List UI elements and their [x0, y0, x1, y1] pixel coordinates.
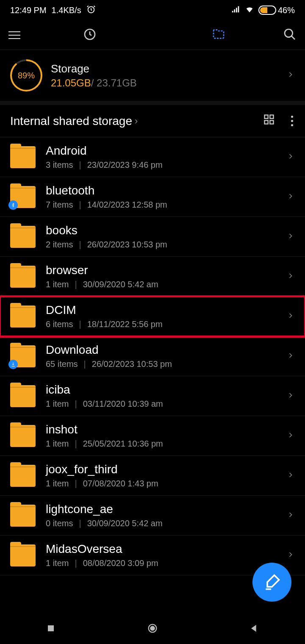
folder-row[interactable]: DCIM6 items|18/11/2022 5:56 pm	[0, 297, 305, 336]
chevron-right-icon	[286, 272, 295, 282]
folder-icon	[10, 385, 36, 407]
recent-tab-icon[interactable]	[83, 28, 97, 43]
breadcrumb: Internal shared storage ›	[0, 105, 305, 137]
chevron-right-icon	[286, 550, 295, 561]
folder-name: bluetooth	[46, 184, 276, 197]
folder-name: Android	[46, 144, 276, 158]
folder-list: Android3 items|23/02/2023 9:46 pmbluetoo…	[0, 137, 305, 575]
folder-row[interactable]: Android3 items|23/02/2023 9:46 pm	[0, 137, 305, 177]
top-tabs	[0, 20, 305, 50]
search-button[interactable]	[283, 28, 297, 43]
folder-row[interactable]: iciba1 item|03/11/2020 10:39 am	[0, 376, 305, 416]
status-speed: 1.4KB/s	[52, 6, 81, 15]
folder-meta: 2 items|26/02/2023 10:53 pm	[46, 240, 276, 250]
chevron-right-icon	[286, 431, 295, 441]
status-time: 12:49 PM	[10, 6, 47, 15]
battery-percent: 46%	[278, 6, 295, 15]
folder-row[interactable]: Download65 items|26/02/2023 10:53 pm	[0, 336, 305, 376]
folder-row[interactable]: books2 items|26/02/2023 10:53 pm	[0, 217, 305, 257]
folder-icon	[10, 544, 36, 566]
storage-total: 23.71GB	[97, 77, 137, 89]
nav-recents-button[interactable]	[45, 622, 57, 636]
svg-rect-4	[238, 6, 239, 12]
folder-icon	[10, 345, 36, 367]
folder-row[interactable]: bluetooth7 items|14/02/2023 12:58 pm	[0, 177, 305, 217]
chevron-right-icon	[286, 70, 295, 80]
breadcrumb-path[interactable]: Internal shared storage ›	[10, 114, 138, 128]
svg-rect-9	[265, 120, 268, 124]
folder-row[interactable]: inshot1 item|25/05/2021 10:36 pm	[0, 416, 305, 456]
chevron-right-icon	[286, 152, 295, 162]
download-badge-icon	[8, 360, 18, 369]
chevron-right-icon: ›	[135, 116, 138, 127]
svg-rect-11	[48, 625, 54, 631]
folder-name: DCIM	[46, 303, 276, 317]
svg-rect-8	[270, 115, 273, 119]
battery-indicator: 46%	[258, 6, 295, 15]
folder-icon	[10, 226, 36, 248]
storage-ring: 89%	[10, 59, 42, 92]
clean-fab[interactable]	[252, 563, 291, 602]
storage-summary[interactable]: 89% Storage 21.05GB/ 23.71GB	[0, 50, 305, 101]
alarm-icon	[86, 5, 96, 16]
more-options-button[interactable]	[289, 114, 295, 128]
folder-meta: 1 item|03/11/2020 10:39 am	[46, 399, 276, 409]
chevron-right-icon	[286, 471, 295, 481]
folder-name: iciba	[46, 383, 276, 397]
folder-name: MidasOversea	[46, 542, 276, 556]
chevron-right-icon	[286, 511, 295, 521]
folder-icon	[10, 146, 36, 168]
folder-icon	[10, 505, 36, 527]
wifi-icon	[245, 5, 254, 16]
folder-meta: 7 items|14/02/2023 12:58 pm	[46, 200, 276, 210]
storage-used: 21.05GB	[51, 77, 91, 89]
chevron-right-icon	[286, 311, 295, 322]
folder-row[interactable]: browser1 item|30/09/2020 5:42 am	[0, 257, 305, 297]
folder-icon	[10, 425, 36, 447]
storage-percent: 89%	[18, 71, 35, 80]
view-grid-button[interactable]	[263, 114, 275, 128]
status-bar: 12:49 PM 1.4KB/s 46%	[0, 0, 305, 20]
folder-meta: 0 items|30/09/2020 5:42 am	[46, 519, 276, 528]
nav-back-button[interactable]	[248, 622, 260, 636]
system-nav-bar	[0, 614, 305, 644]
chevron-right-icon	[286, 232, 295, 242]
chevron-right-icon	[286, 391, 295, 401]
folder-meta: 1 item|07/08/2020 1:43 pm	[46, 479, 276, 489]
breadcrumb-label: Internal shared storage	[10, 114, 132, 128]
folder-meta: 1 item|08/08/2020 3:09 pm	[46, 558, 276, 568]
chevron-right-icon	[286, 192, 295, 202]
folder-name: books	[46, 224, 276, 237]
svg-point-13	[150, 626, 155, 631]
svg-rect-3	[236, 8, 237, 12]
chevron-right-icon	[286, 351, 295, 361]
folder-icon	[10, 266, 36, 288]
files-tab-icon[interactable]	[212, 28, 225, 43]
folder-name: Download	[46, 343, 276, 357]
nav-home-button[interactable]	[147, 622, 158, 636]
folder-meta: 1 item|30/09/2020 5:42 am	[46, 280, 276, 289]
folder-row[interactable]: lightcone_ae0 items|30/09/2020 5:42 am	[0, 496, 305, 536]
storage-title: Storage	[51, 62, 137, 75]
folder-name: lightcone_ae	[46, 502, 276, 516]
folder-meta: 3 items|23/02/2023 9:46 pm	[46, 160, 276, 170]
folder-row[interactable]: joox_for_third1 item|07/08/2020 1:43 pm	[0, 456, 305, 496]
folder-icon	[10, 305, 36, 328]
signal-icon	[231, 5, 241, 16]
svg-rect-7	[265, 115, 268, 119]
folder-name: inshot	[46, 423, 276, 436]
folder-icon	[10, 465, 36, 487]
folder-meta: 65 items|26/02/2023 10:53 pm	[46, 359, 276, 369]
folder-meta: 6 items|18/11/2022 5:56 pm	[46, 319, 276, 329]
svg-point-6	[285, 29, 293, 37]
svg-rect-1	[232, 11, 233, 12]
folder-name: browser	[46, 264, 276, 277]
svg-rect-10	[270, 120, 273, 124]
bluetooth-badge-icon	[8, 200, 18, 210]
menu-button[interactable]	[8, 31, 25, 39]
folder-icon	[10, 186, 36, 208]
folder-meta: 1 item|25/05/2021 10:36 pm	[46, 439, 276, 449]
svg-rect-2	[234, 9, 235, 12]
folder-name: joox_for_third	[46, 463, 276, 476]
